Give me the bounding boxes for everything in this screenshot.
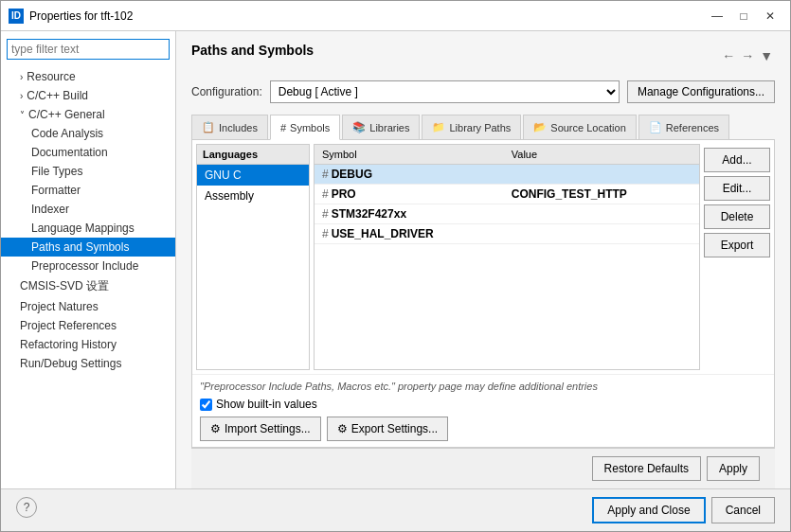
sidebar-item-documentation[interactable]: Documentation	[1, 143, 175, 162]
main-window: ID Properties for tft-102 — □ ✕ ›Resourc…	[0, 0, 791, 532]
help-button[interactable]: ?	[16, 497, 37, 518]
tab-icon-symbols: #	[280, 122, 286, 133]
sidebar-item-run-debug[interactable]: Run/Debug Settings	[1, 354, 175, 373]
sidebar: ›Resource›C/C++ Build˅C/C++ GeneralCode …	[1, 31, 176, 488]
window-controls: — □ ✕	[705, 6, 782, 27]
tab-includes[interactable]: 📋Includes	[191, 115, 268, 139]
bottom-bar: Restore Defaults Apply	[191, 448, 775, 488]
sidebar-item-project-references[interactable]: Project References	[1, 316, 175, 335]
language-item-gnu-c[interactable]: GNU C	[197, 165, 309, 186]
sidebar-item-label-resource: Resource	[27, 70, 75, 83]
languages-list: GNU CAssembly	[197, 165, 309, 206]
symbol-action-buttons: Add... Edit... Delete Export	[704, 144, 770, 370]
sidebar-item-label-cpp-build: C/C++ Build	[27, 89, 88, 102]
maximize-button[interactable]: □	[731, 6, 756, 27]
show-builtin-checkbox[interactable]	[200, 399, 212, 411]
export-symbol-button[interactable]: Export	[704, 233, 770, 257]
sidebar-item-label-project-references: Project References	[20, 319, 117, 332]
add-symbol-button[interactable]: Add...	[704, 148, 770, 172]
delete-symbol-button[interactable]: Delete	[704, 204, 770, 229]
sidebar-item-paths-and-symbols[interactable]: Paths and Symbols	[1, 238, 175, 257]
table-row[interactable]: #DEBUG	[315, 165, 699, 185]
panel-title: Paths and Symbols	[191, 43, 314, 58]
tab-label-source-location: Source Location	[550, 122, 626, 133]
sidebar-item-label-preprocessor-include: Preprocessor Include	[31, 259, 138, 273]
table-row[interactable]: #PROCONFIG_TEST_HTTP	[315, 185, 699, 204]
tab-libraries[interactable]: 📚Libraries	[342, 115, 420, 139]
table-row[interactable]: #STM32F427xx	[315, 204, 699, 224]
nav-forward-button[interactable]: →	[739, 46, 756, 65]
tab-icon-libraries: 📚	[352, 121, 366, 133]
tab-icon-library-paths: 📁	[432, 121, 445, 133]
sidebar-item-file-types[interactable]: File Types	[1, 162, 175, 181]
sidebar-item-cpp-general[interactable]: ˅C/C++ General	[1, 105, 175, 124]
sidebar-item-label-cpp-general: C/C++ General	[28, 108, 105, 121]
tab-icon-references: 📄	[649, 121, 662, 133]
nav-arrows: ← → ▼	[720, 46, 775, 65]
import-icon: ⚙	[210, 422, 221, 435]
sidebar-item-refactoring-history[interactable]: Refactoring History	[1, 335, 175, 354]
nav-dropdown-button[interactable]: ▼	[758, 46, 775, 65]
tab-library-paths[interactable]: 📁Library Paths	[422, 115, 521, 139]
sidebar-item-project-natures[interactable]: Project Natures	[1, 297, 175, 316]
tab-source-location[interactable]: 📂Source Location	[523, 115, 637, 139]
show-builtin-row: Show built-in values	[200, 398, 766, 411]
config-select[interactable]: Debug [ Active ]	[270, 80, 620, 103]
sidebar-item-preprocessor-include[interactable]: Preprocessor Include	[1, 257, 175, 275]
right-panel: Paths and Symbols ← → ▼ Configuration: D…	[176, 31, 790, 488]
sidebar-item-label-documentation: Documentation	[31, 146, 108, 159]
col-value: Value	[504, 145, 699, 165]
sidebar-item-code-analysis[interactable]: Code Analysis	[1, 124, 175, 143]
cancel-button[interactable]: Cancel	[711, 497, 775, 523]
symbol-value-cell: CONFIG_TEST_HTTP	[504, 185, 699, 204]
window-title: Properties for tft-102	[29, 9, 705, 23]
tab-references[interactable]: 📄References	[638, 115, 729, 139]
close-button[interactable]: ✕	[758, 6, 782, 27]
sidebar-item-label-refactoring-history: Refactoring History	[20, 338, 117, 351]
import-export-row: ⚙ Import Settings... ⚙ Export Settings..…	[200, 417, 766, 441]
symbol-name-cell: #USE_HAL_DRIVER	[315, 224, 504, 244]
info-text: "Preprocessor Include Paths, Macros etc.…	[200, 381, 766, 392]
symbols-tbody: #DEBUG#PROCONFIG_TEST_HTTP#STM32F427xx#U…	[315, 165, 699, 244]
sidebar-item-resource[interactable]: ›Resource	[1, 67, 175, 86]
tab-icon-source-location: 📂	[533, 121, 547, 133]
sidebar-item-indexer[interactable]: Indexer	[1, 200, 175, 219]
export-settings-button[interactable]: ⚙ Export Settings...	[327, 417, 448, 441]
sidebar-item-cmsis-svd[interactable]: CMSIS-SVD 设置	[1, 275, 175, 297]
nav-back-button[interactable]: ←	[720, 46, 737, 65]
search-input[interactable]	[7, 39, 170, 60]
minimize-button[interactable]: —	[705, 6, 729, 27]
restore-defaults-button[interactable]: Restore Defaults	[592, 456, 701, 481]
sidebar-item-label-paths-and-symbols: Paths and Symbols	[31, 240, 129, 254]
sidebar-item-label-cmsis-svd: CMSIS-SVD 设置	[20, 278, 109, 294]
sidebar-item-formatter[interactable]: Formatter	[1, 181, 175, 200]
tab-label-references: References	[666, 122, 719, 133]
sidebar-item-cpp-build[interactable]: ›C/C++ Build	[1, 86, 175, 105]
tab-symbols[interactable]: #Symbols	[270, 115, 340, 140]
edit-symbol-button[interactable]: Edit...	[704, 176, 770, 201]
sidebar-item-label-project-natures: Project Natures	[20, 300, 99, 313]
apply-button[interactable]: Apply	[707, 456, 760, 481]
languages-panel: Languages GNU CAssembly	[196, 144, 310, 370]
apply-and-close-button[interactable]: Apply and Close	[592, 497, 705, 523]
tab-label-symbols: Symbols	[290, 122, 330, 133]
import-settings-button[interactable]: ⚙ Import Settings...	[200, 417, 321, 441]
sidebar-item-label-formatter: Formatter	[31, 184, 81, 197]
sidebar-items-container: ›Resource›C/C++ Build˅C/C++ GeneralCode …	[1, 67, 175, 373]
main-content: ›Resource›C/C++ Build˅C/C++ GeneralCode …	[1, 31, 790, 488]
action-bar: ? Apply and Close Cancel	[1, 488, 790, 531]
symbols-data-table: Symbol Value #DEBUG#PROCONFIG_TEST_HTTP#…	[315, 145, 699, 244]
sidebar-item-label-language-mappings: Language Mappings	[31, 222, 135, 235]
tab-content: Languages GNU CAssembly Symbol Value	[191, 140, 775, 448]
show-builtin-label: Show built-in values	[216, 398, 317, 411]
manage-configurations-button[interactable]: Manage Configurations...	[627, 80, 775, 103]
symbol-name-cell: #PRO	[315, 185, 504, 204]
table-row[interactable]: #USE_HAL_DRIVER	[315, 224, 699, 244]
tab-icon-includes: 📋	[202, 121, 215, 133]
symbol-name-cell: #STM32F427xx	[315, 204, 504, 224]
config-row: Configuration: Debug [ Active ] Manage C…	[191, 80, 775, 103]
sidebar-item-language-mappings[interactable]: Language Mappings	[1, 219, 175, 238]
language-item-assembly[interactable]: Assembly	[197, 186, 309, 206]
export-icon: ⚙	[337, 422, 348, 435]
tab-footer: "Preprocessor Include Paths, Macros etc.…	[192, 374, 774, 447]
